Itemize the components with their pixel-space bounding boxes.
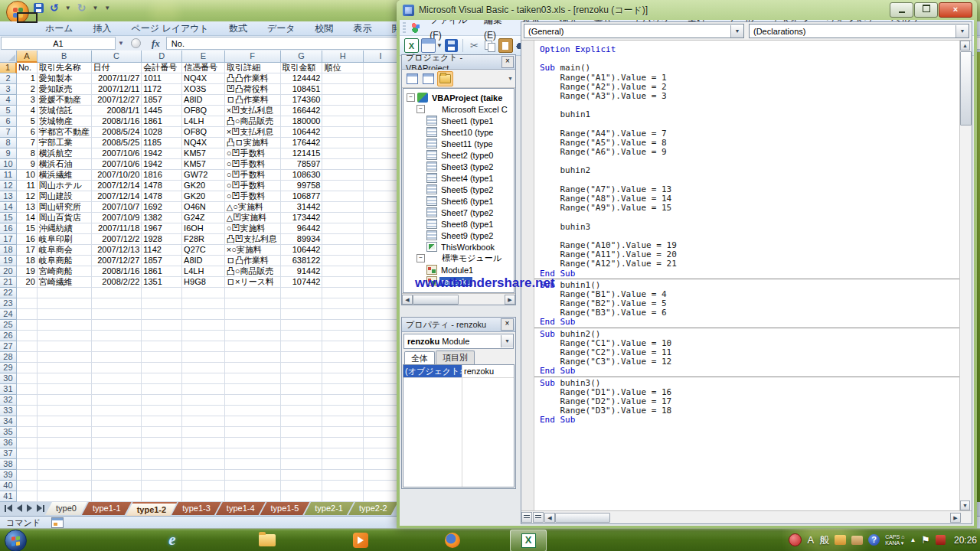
cell[interactable] xyxy=(364,427,398,438)
cell[interactable] xyxy=(142,395,182,406)
project-explorer-header[interactable]: プロジェクト - VBAProject × xyxy=(402,55,515,70)
cell[interactable] xyxy=(281,438,323,448)
cell[interactable]: 1942 xyxy=(142,159,182,170)
row-header[interactable]: 29 xyxy=(0,363,17,373)
cell[interactable] xyxy=(182,438,225,448)
cell[interactable] xyxy=(281,416,323,427)
row-header[interactable]: 41 xyxy=(0,491,17,502)
minimize-button[interactable] xyxy=(890,2,913,18)
cell[interactable]: L4LH xyxy=(182,266,225,277)
cell[interactable]: NQ4X xyxy=(182,73,225,84)
cell[interactable] xyxy=(225,288,281,298)
cell[interactable] xyxy=(322,148,364,159)
cell[interactable]: 10 xyxy=(17,170,38,181)
cell[interactable] xyxy=(17,470,38,481)
undo-dropdown-icon[interactable]: ▼ xyxy=(65,5,71,11)
cell[interactable]: ×凹支払利息 xyxy=(225,127,281,138)
cell[interactable] xyxy=(322,331,364,341)
cell[interactable]: 1 xyxy=(17,73,38,84)
row-header[interactable]: 14 xyxy=(0,202,17,213)
cell[interactable]: 78597 xyxy=(281,159,323,170)
copy-icon[interactable] xyxy=(483,39,496,52)
cell[interactable]: 2007/10/7 xyxy=(92,202,142,213)
row-header[interactable]: 18 xyxy=(0,245,17,256)
formula-bar-button[interactable] xyxy=(131,38,141,48)
cell[interactable] xyxy=(322,191,364,202)
cell[interactable]: 3 xyxy=(17,95,38,106)
cell[interactable] xyxy=(182,427,225,438)
cell[interactable]: 13 xyxy=(17,202,38,213)
cell[interactable] xyxy=(142,459,182,470)
vbe-titlebar[interactable]: Microsoft Visual Basic - taiken03.xls - … xyxy=(397,0,977,20)
save-icon[interactable] xyxy=(445,39,458,52)
cell[interactable] xyxy=(322,234,364,245)
row-header[interactable]: 37 xyxy=(0,448,17,459)
cell[interactable] xyxy=(92,331,142,341)
object-selector[interactable]: renzoku Module ▼ xyxy=(403,334,514,349)
cell[interactable] xyxy=(322,95,364,106)
object-dropdown-icon[interactable]: ▼ xyxy=(730,25,743,37)
cell[interactable] xyxy=(364,481,398,491)
taskbar-clock[interactable]: 20:26 xyxy=(954,535,977,546)
cell[interactable] xyxy=(364,352,398,363)
cell[interactable]: OF8Q xyxy=(182,127,225,138)
last-sheet-button[interactable] xyxy=(37,504,44,512)
scroll-up-icon[interactable]: ▲ xyxy=(960,41,970,51)
cell[interactable] xyxy=(322,438,364,448)
project-tree-item[interactable]: Sheet11 (type xyxy=(403,138,514,149)
cell[interactable]: 99758 xyxy=(281,181,323,191)
project-tree-item[interactable]: Sheet4 (type1 xyxy=(403,172,514,184)
ribbon-tab-挿入[interactable]: 挿入 xyxy=(83,21,122,36)
cell[interactable] xyxy=(225,352,281,363)
cell[interactable]: 2008/5/24 xyxy=(92,127,142,138)
cell[interactable] xyxy=(92,384,142,395)
cell[interactable]: ×○実施料 xyxy=(225,245,281,256)
close-button[interactable]: × xyxy=(939,2,972,18)
cell[interactable]: 1857 xyxy=(142,95,182,106)
cell[interactable] xyxy=(322,448,364,459)
cell[interactable] xyxy=(322,352,364,363)
cell[interactable] xyxy=(225,470,281,481)
cell[interactable] xyxy=(182,363,225,373)
cell[interactable]: 1857 xyxy=(142,256,182,266)
cell[interactable] xyxy=(322,470,364,481)
cell[interactable] xyxy=(38,459,92,470)
row-header[interactable]: 2 xyxy=(0,73,17,84)
cell[interactable] xyxy=(142,363,182,373)
cell[interactable] xyxy=(281,309,323,320)
cell[interactable] xyxy=(182,406,225,416)
project-tree-item[interactable]: Sheet5 (type2 xyxy=(403,184,514,195)
cell[interactable]: 会計番号 xyxy=(142,63,182,73)
project-close-icon[interactable]: × xyxy=(501,56,514,68)
object-dropdown[interactable]: (General) ▼ xyxy=(524,24,744,38)
insert-dropdown-icon[interactable]: ▼ xyxy=(436,42,443,49)
cell[interactable]: ○凹実施料 xyxy=(225,223,281,234)
procedure-dropdown-icon[interactable]: ▼ xyxy=(956,25,969,37)
cell[interactable] xyxy=(38,363,92,373)
cell[interactable] xyxy=(281,298,323,309)
cell[interactable] xyxy=(364,202,398,213)
cell[interactable]: 凸○商品販売 xyxy=(225,266,281,277)
cell[interactable] xyxy=(281,331,323,341)
cell[interactable]: 岐阜商船 xyxy=(38,256,92,266)
cell[interactable]: ×凹支払利息 xyxy=(225,106,281,116)
scroll-right-icon[interactable]: ▶ xyxy=(505,295,515,305)
row-header[interactable]: 20 xyxy=(0,266,17,277)
cell[interactable] xyxy=(322,159,364,170)
cell[interactable]: ロ凸作業料 xyxy=(225,95,281,106)
cell[interactable]: GK20 xyxy=(182,181,225,191)
row-header[interactable]: 19 xyxy=(0,256,17,266)
sheet-tab-type1-3[interactable]: type1-3 xyxy=(172,502,221,515)
cell[interactable] xyxy=(322,170,364,181)
cell[interactable] xyxy=(17,395,38,406)
cell[interactable] xyxy=(225,384,281,395)
show-hidden-icons[interactable]: ▲ xyxy=(910,536,916,543)
insert-function-icon[interactable]: fx xyxy=(152,37,160,50)
cell[interactable]: ○凹手数料 xyxy=(225,148,281,159)
sheet-tab-type1-5[interactable]: type1-5 xyxy=(260,502,310,515)
full-module-view-button[interactable] xyxy=(533,512,544,523)
cell[interactable] xyxy=(142,288,182,298)
cell[interactable]: 2007/12/27 xyxy=(92,256,142,266)
row-header[interactable]: 30 xyxy=(0,373,17,384)
view-code-button[interactable] xyxy=(405,72,420,86)
